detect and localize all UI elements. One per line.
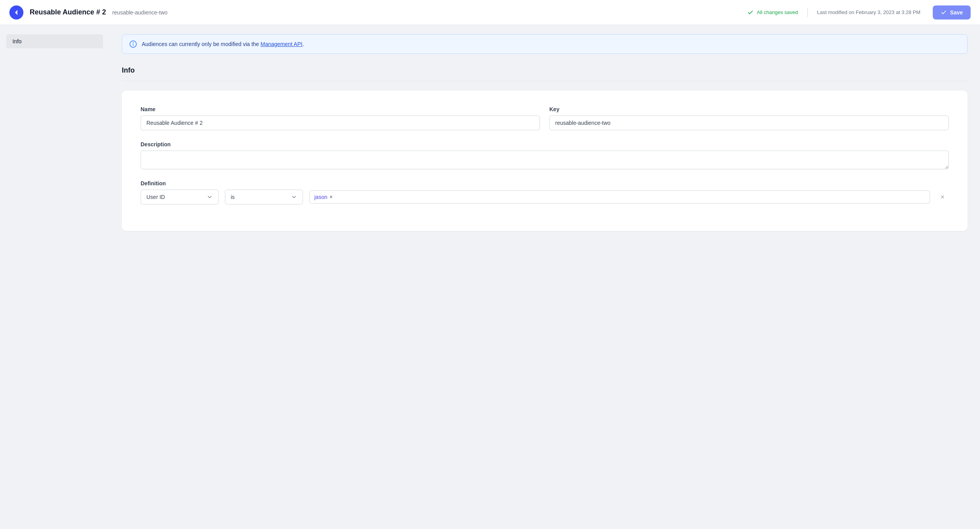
- management-api-link[interactable]: Management API: [260, 41, 302, 47]
- form-card: Name Key Description Definition: [122, 91, 968, 231]
- definition-tag: jason ×: [314, 194, 332, 200]
- main-container: Info Audiences can currently only be mod…: [0, 25, 980, 529]
- page-header: Reusable Audience # 2 reusable-audience-…: [0, 0, 980, 25]
- section-divider: [122, 81, 968, 81]
- definition-tag-value: jason: [314, 194, 327, 200]
- banner-text: Audiences can currently only be modified…: [142, 41, 304, 47]
- banner-suffix: .: [303, 41, 304, 47]
- definition-value-field[interactable]: jason ×: [309, 190, 930, 204]
- description-row: Description: [141, 141, 949, 169]
- name-key-row: Name Key: [141, 106, 949, 130]
- definition-controls: User ID is: [141, 190, 949, 204]
- name-label: Name: [141, 106, 540, 112]
- sidebar: Info: [0, 25, 109, 529]
- save-button[interactable]: Save: [933, 5, 971, 20]
- header-divider: [807, 8, 808, 17]
- info-banner: Audiences can currently only be modified…: [122, 34, 968, 54]
- modified-text: Last modified on February 3, 2023 at 3:2…: [817, 9, 921, 15]
- chevron-down-icon-2: [291, 194, 297, 200]
- save-status: All changes saved: [747, 9, 798, 16]
- info-icon: [129, 40, 137, 48]
- chevron-down-icon: [207, 194, 213, 200]
- description-group: Description: [141, 141, 949, 169]
- name-input[interactable]: [141, 115, 540, 130]
- definition-field-label: User ID: [146, 194, 165, 200]
- key-input[interactable]: [549, 115, 949, 130]
- definition-tag-close[interactable]: ×: [330, 194, 332, 200]
- sidebar-item-label: Info: [12, 38, 21, 44]
- page-slug: reusable-audience-two: [112, 9, 167, 16]
- definition-group: Definition User ID is: [141, 180, 949, 204]
- definition-operator-select[interactable]: is: [225, 190, 303, 204]
- sidebar-item-info[interactable]: Info: [6, 34, 103, 48]
- banner-prefix: Audiences can currently only be modified…: [142, 41, 260, 47]
- status-text: All changes saved: [757, 9, 798, 15]
- definition-operator-label: is: [231, 194, 235, 200]
- section-heading: Info: [122, 66, 968, 75]
- definition-field-select[interactable]: User ID: [141, 190, 219, 204]
- name-group: Name: [141, 106, 540, 130]
- key-group: Key: [549, 106, 949, 130]
- description-input[interactable]: [141, 151, 949, 169]
- content-area: Audiences can currently only be modified…: [109, 25, 980, 529]
- back-button[interactable]: [9, 5, 23, 20]
- key-label: Key: [549, 106, 949, 112]
- page-title: Reusable Audience # 2: [30, 8, 106, 16]
- definition-clear-button[interactable]: ×: [936, 191, 949, 203]
- save-label: Save: [950, 9, 963, 16]
- definition-label: Definition: [141, 180, 949, 186]
- description-label: Description: [141, 141, 949, 147]
- definition-row: Definition User ID is: [141, 180, 949, 204]
